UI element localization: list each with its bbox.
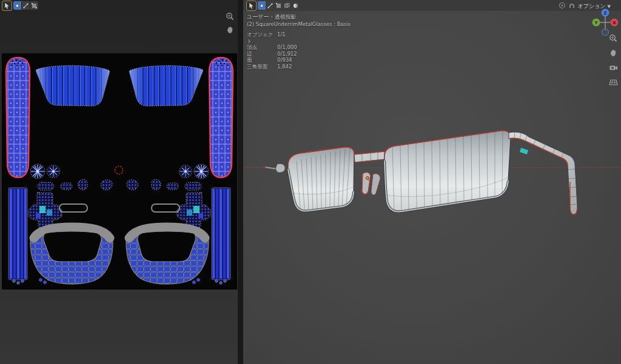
face-select-icon bbox=[32, 3, 37, 8]
uv-select-tool-button[interactable] bbox=[2, 1, 12, 11]
uv-island-small-blob[interactable] bbox=[78, 179, 88, 190]
blender-window: オプション ▼ ユーザー・透視投影 (2) SquareUnderrimMeta… bbox=[0, 0, 621, 364]
uv-island-small-blob-2[interactable] bbox=[101, 180, 112, 190]
right-lens[interactable] bbox=[384, 131, 511, 212]
viewport-panel: オプション ▼ ユーザー・透視投影 (2) SquareUnderrimMeta… bbox=[243, 0, 621, 364]
uv-island-screw-pill[interactable] bbox=[38, 182, 54, 190]
viewport-3d-scene[interactable] bbox=[243, 0, 621, 364]
cursor-icon bbox=[4, 2, 10, 9]
uv-pan-icon[interactable] bbox=[225, 25, 235, 35]
uv-island-rim-ring[interactable] bbox=[30, 226, 113, 284]
origin-point bbox=[366, 176, 369, 179]
uv-select-mode-group bbox=[13, 1, 38, 10]
gizmo-x-label: X bbox=[613, 21, 616, 25]
uv-editor-header bbox=[0, 0, 238, 11]
vp-zoom-icon[interactable] bbox=[608, 33, 619, 44]
uv-editor-panel bbox=[0, 0, 238, 364]
uv-island-temple-arm[interactable] bbox=[6, 58, 30, 177]
gizmo-y-label: Y bbox=[594, 21, 598, 25]
uv-island-temple-strips[interactable] bbox=[8, 188, 27, 284]
nose-pads[interactable] bbox=[362, 173, 380, 195]
uv-island-selected-cap[interactable] bbox=[115, 167, 123, 174]
uv-island-lens[interactable] bbox=[36, 65, 110, 106]
uv-zoom-icon[interactable] bbox=[225, 12, 235, 22]
right-temple-arm[interactable] bbox=[509, 132, 577, 214]
uv-island-hinge-wheel-small[interactable] bbox=[47, 165, 60, 178]
navigation-gizmo[interactable]: Z Y X bbox=[591, 8, 619, 36]
uv-island-temple-tip-outline[interactable] bbox=[59, 204, 87, 212]
uv-islands-mirrored[interactable] bbox=[126, 58, 233, 284]
bridge[interactable] bbox=[354, 151, 384, 162]
uv-canvas[interactable] bbox=[2, 53, 237, 290]
gizmo-z-label: Z bbox=[603, 11, 606, 16]
uv-edge-select-button[interactable] bbox=[22, 1, 30, 10]
vp-perspective-icon[interactable] bbox=[608, 77, 619, 87]
vertex-select-icon bbox=[15, 3, 20, 8]
uv-vertex-select-button[interactable] bbox=[13, 1, 21, 10]
uv-face-select-button[interactable] bbox=[30, 1, 38, 10]
vp-pan-icon[interactable] bbox=[608, 48, 619, 58]
panel-divider[interactable] bbox=[238, 0, 243, 364]
selected-face-highlight bbox=[520, 148, 528, 154]
uv-island-hinge-wheel-large[interactable] bbox=[30, 164, 45, 179]
vp-camera-icon[interactable] bbox=[608, 62, 619, 73]
left-lens[interactable] bbox=[288, 147, 354, 211]
edge-select-icon bbox=[23, 3, 29, 8]
uv-island-washer-pill[interactable] bbox=[61, 183, 72, 190]
uv-island-hinge-block[interactable] bbox=[29, 193, 62, 228]
left-temple-stub[interactable] bbox=[263, 164, 285, 173]
